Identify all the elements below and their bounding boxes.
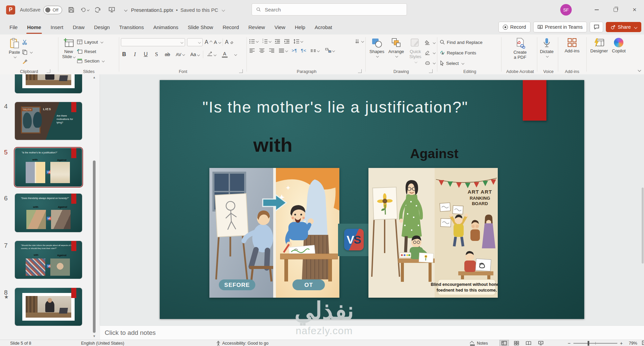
shapes-button[interactable]: Shapes [367, 36, 386, 67]
copilot-button[interactable]: Copilot [610, 36, 627, 54]
scroll-down-icon[interactable]: ▼ [92, 335, 96, 338]
underline-button[interactable]: U [143, 51, 148, 57]
align-center-button[interactable] [259, 48, 265, 53]
scroll-up-icon[interactable]: ▲ [92, 76, 96, 79]
cut-button[interactable] [22, 38, 32, 47]
shrink-font-button[interactable]: A [214, 38, 221, 47]
scrollbar-thumb[interactable] [93, 160, 96, 333]
zoom-level[interactable]: 79% [629, 341, 637, 346]
tab-slide-show[interactable]: Slide Show [183, 20, 218, 34]
with-label[interactable]: with [246, 133, 300, 156]
quick-styles-button[interactable]: Quick Styles [406, 36, 424, 67]
paste-button[interactable]: Paste [7, 36, 22, 66]
thumbnail-slide-3[interactable] [15, 74, 82, 93]
tab-record[interactable]: Record [218, 20, 243, 34]
line-spacing-button[interactable] [293, 39, 303, 44]
columns-button[interactable] [310, 49, 319, 53]
powerpoint-logo-icon[interactable]: P [6, 5, 15, 15]
start-slideshow-button[interactable] [107, 5, 116, 14]
thumbnail-slide-8[interactable] [15, 288, 82, 326]
character-spacing-button[interactable]: AV [176, 52, 185, 57]
slide-5-editing-surface[interactable]: "Is the mother's lie a justification?" w… [160, 80, 584, 319]
autosave-toggle[interactable]: Off [43, 6, 62, 14]
thumbnail-scrollbar[interactable]: ▲ ▼ [92, 74, 96, 340]
slideshow-view-button[interactable] [536, 340, 545, 346]
grow-font-button[interactable]: A [205, 38, 212, 47]
copy-button[interactable] [22, 48, 32, 56]
font-color-dropdown-icon[interactable] [234, 53, 237, 56]
designer-button[interactable]: Designer [588, 36, 610, 54]
paragraph-dialog-launcher[interactable] [358, 69, 362, 73]
convert-to-smartart-button[interactable] [325, 48, 335, 53]
addins-button[interactable]: Add-ins [559, 36, 585, 54]
zoom-out-button[interactable]: − [568, 340, 571, 346]
tab-draw[interactable]: Draw [68, 20, 89, 34]
language-status[interactable]: English (United States) [81, 340, 124, 346]
numbering-button[interactable] [262, 39, 271, 44]
record-button[interactable]: Record [498, 22, 531, 32]
shadow-button[interactable]: S [154, 51, 159, 57]
decrease-indent-button[interactable] [275, 39, 280, 44]
tab-design[interactable]: Design [89, 20, 114, 34]
thumbnail-slide-4[interactable]: TRUTH LIES Are there motivations for lyi… [15, 102, 82, 140]
fit-slide-button[interactable] [642, 341, 644, 346]
reset-button[interactable]: Reset [77, 47, 104, 56]
slide-title[interactable]: "Is the mother's lie a justification?" [178, 98, 492, 116]
tab-help[interactable]: Help [290, 20, 310, 34]
search-bar[interactable] [252, 3, 407, 16]
customize-toolbar-button[interactable] [121, 5, 130, 14]
collapse-ribbon-icon[interactable] [638, 69, 641, 72]
tab-review[interactable]: Review [244, 20, 270, 34]
slide-red-accent-shape[interactable] [523, 80, 546, 121]
save-button[interactable] [67, 5, 76, 14]
undo-button[interactable] [80, 5, 89, 14]
slide-counter[interactable]: Slide 5 of 8 [10, 340, 31, 346]
thumbnail-slide-5[interactable]: "Is the mother's lie a justification?" w… [15, 148, 82, 187]
autosave-control[interactable]: AutoSave Off [20, 6, 62, 14]
clipboard-dialog-launcher[interactable] [47, 69, 50, 73]
undo-dropdown-icon[interactable] [87, 8, 89, 11]
user-avatar[interactable]: SF [560, 4, 572, 16]
italic-button[interactable]: I [132, 51, 137, 57]
canvas-vertical-scrollbar[interactable] [642, 188, 644, 264]
tab-file[interactable]: File [5, 20, 22, 34]
slide-sorter-view-button[interactable] [512, 340, 521, 346]
tab-insert[interactable]: Insert [46, 20, 68, 34]
clear-formatting-button[interactable]: A [225, 38, 233, 47]
font-dialog-launcher[interactable] [239, 69, 243, 73]
dictate-button[interactable]: Dictate [539, 36, 555, 58]
zoom-slider[interactable] [573, 343, 617, 344]
vs-badge[interactable]: V S [344, 229, 364, 250]
section-button[interactable]: Section [77, 56, 104, 65]
text-highlight-button[interactable] [207, 51, 216, 57]
zoom-in-button[interactable]: + [620, 341, 623, 346]
thumbnail-slide-6[interactable]: "Does friendship always depend on honest… [15, 194, 82, 232]
tab-view[interactable]: View [270, 20, 290, 34]
replace-fonts-button[interactable]: Replace Fonts [440, 48, 500, 57]
ltr-direction-button[interactable]: >¶ [292, 48, 297, 53]
justify-button[interactable] [279, 48, 288, 53]
increase-indent-button[interactable] [284, 39, 290, 44]
notes-pane[interactable]: Click to add notes [100, 325, 644, 340]
restore-button[interactable] [606, 0, 625, 20]
thumbnail-slide-7[interactable]: "Should the ruler inform the people abou… [15, 241, 82, 279]
redo-button[interactable] [94, 5, 103, 14]
shape-effects-button[interactable] [425, 58, 435, 67]
font-size-combobox[interactable] [187, 38, 203, 46]
share-button[interactable]: Share [606, 22, 641, 32]
bold-button[interactable]: B [122, 51, 127, 57]
notes-toggle-button[interactable]: Notes [470, 340, 488, 346]
tab-acrobat[interactable]: Acrobat [310, 20, 337, 34]
arrange-button[interactable]: Arrange [386, 36, 406, 67]
text-direction-button[interactable] [355, 39, 364, 44]
font-name-combobox[interactable] [121, 38, 185, 46]
close-button[interactable]: ✕ [625, 0, 644, 20]
minimize-button[interactable] [587, 0, 606, 20]
align-right-button[interactable] [269, 48, 275, 53]
against-illustration[interactable]: ART ART RANKING BOARD [368, 168, 498, 298]
drawing-dialog-launcher[interactable] [429, 69, 433, 73]
layout-button[interactable]: Layout [77, 38, 104, 46]
present-in-teams-button[interactable]: Present in Teams [533, 22, 587, 32]
align-left-button[interactable] [249, 48, 255, 53]
font-color-button[interactable]: A [222, 51, 228, 58]
